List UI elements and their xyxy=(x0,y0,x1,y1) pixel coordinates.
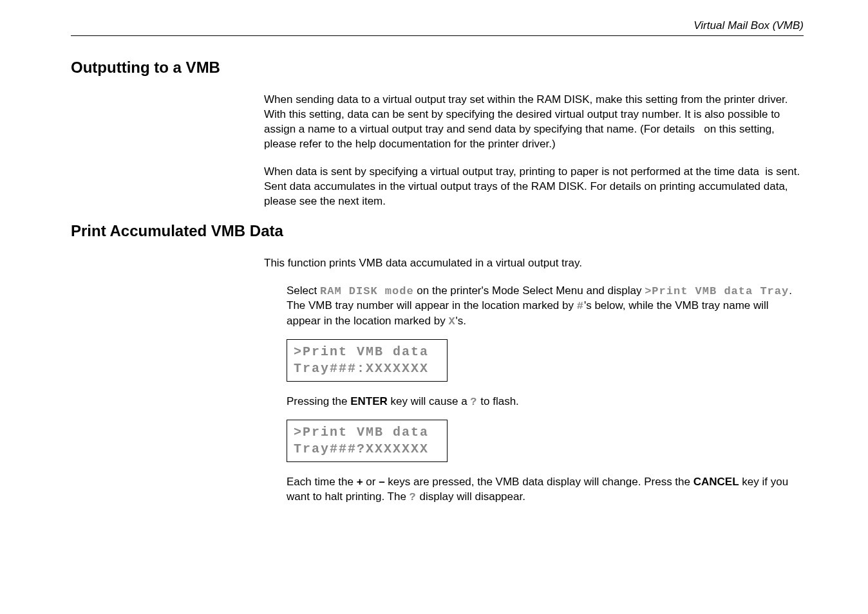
step1-end: 's. xyxy=(456,315,466,327)
step2-bold: ENTER xyxy=(350,395,388,407)
step1-code3: # xyxy=(577,300,584,312)
section-heading-print-vmb: Print Accumulated VMB Data xyxy=(71,222,804,240)
step3-mid2: keys are pressed, the VMB data display w… xyxy=(385,476,693,488)
outputting-para1: When sending data to a virtual output tr… xyxy=(264,93,804,152)
step2-text: Pressing the ENTER key will cause a ? to… xyxy=(287,395,804,410)
section-heading-outputting: Outputting to a VMB xyxy=(71,59,804,77)
lcd2-line2: Tray###?XXXXXXX xyxy=(294,441,440,458)
step3-bold2: – xyxy=(379,476,384,488)
step1-pre: Select xyxy=(287,284,320,297)
step1-mid1: on the printer's Mode Select Menu and di… xyxy=(414,284,645,297)
step1-code4: X xyxy=(448,315,455,328)
step2-end: to flash. xyxy=(478,395,519,407)
lcd1-line2: Tray###:XXXXXXX xyxy=(294,360,440,377)
step3-bold1: + xyxy=(357,476,363,488)
print-vmb-intro: This function prints VMB data accumulate… xyxy=(264,256,804,271)
step1-code1: RAM DISK mode xyxy=(320,285,414,297)
lcd1-line1: >Print VMB data xyxy=(294,344,440,360)
lcd2-line1: >Print VMB data xyxy=(294,424,440,441)
step2-pre: Pressing the xyxy=(287,395,350,407)
step1-code2: >Print VMB data Tray xyxy=(645,285,789,297)
step3-pre: Each time the xyxy=(287,476,357,488)
lcd-display-1: >Print VMB data Tray###:XXXXXXX xyxy=(287,339,448,382)
step2-mid: key will cause a xyxy=(388,395,471,407)
step1-text: Select RAM DISK mode on the printer's Mo… xyxy=(287,284,804,330)
step3-code: ? xyxy=(410,491,417,503)
step3-bold3: CANCEL xyxy=(693,476,739,488)
outputting-para2: When data is sent by specifying a virtua… xyxy=(264,165,804,209)
header-divider xyxy=(71,35,804,36)
step2-code: ? xyxy=(470,396,477,408)
step3-text: Each time the + or – keys are pressed, t… xyxy=(287,475,804,505)
step3-end: display will disappear. xyxy=(417,490,525,503)
lcd-display-2: >Print VMB data Tray###?XXXXXXX xyxy=(287,420,448,462)
step3-mid1: or xyxy=(363,476,379,488)
page-header: Virtual Mail Box (VMB) xyxy=(71,19,804,32)
